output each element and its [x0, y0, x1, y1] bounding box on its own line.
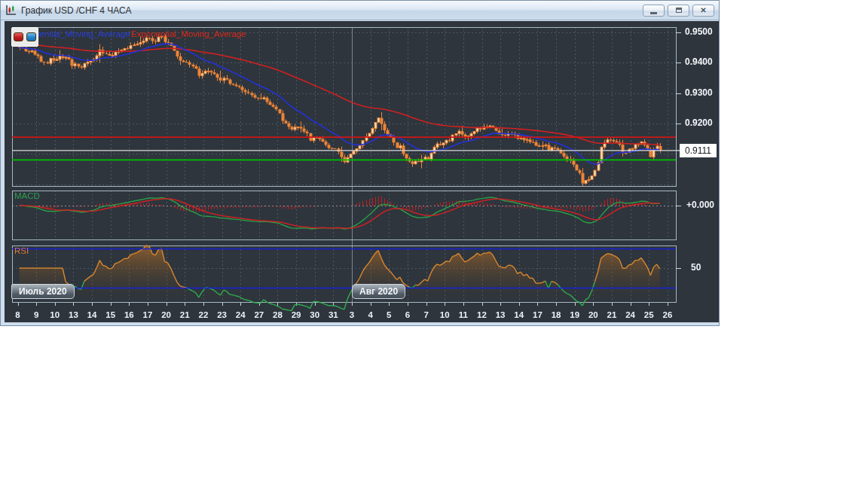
window-title: График USD /CHF 4 ЧАСА — [21, 5, 639, 16]
time-axis-label: 10 — [440, 310, 450, 319]
current-price-marker: 0.9111 — [680, 144, 717, 157]
time-axis-label: 29 — [292, 310, 301, 319]
time-axis-label: 20 — [588, 310, 598, 319]
time-axis-label: 6 — [405, 310, 410, 319]
time-axis-label: 17 — [533, 310, 542, 319]
rsi-mid-value: 50 — [691, 262, 701, 273]
time-axis-label: 14 — [514, 310, 524, 319]
time-axis-label: 16 — [124, 310, 134, 319]
time-axis-label: 21 — [607, 310, 617, 319]
time-axis-label: 13 — [69, 310, 78, 319]
price-axis-label: 0.9500 — [685, 26, 713, 37]
time-axis-label: 8 — [15, 310, 20, 319]
time-axis-label: 31 — [329, 310, 338, 319]
window-controls: ✕ — [643, 5, 714, 17]
desktop: { "window": { "title": "График USD /CHF … — [0, 0, 868, 488]
time-axis-label: 19 — [570, 310, 579, 319]
chart-window: График USD /CHF 4 ЧАСА ✕ Exponential_Mov… — [0, 0, 720, 326]
window-titlebar[interactable]: График USD /CHF 4 ЧАСА ✕ — [1, 1, 719, 20]
price-axis-label: 0.9200 — [685, 117, 713, 128]
time-axis-label: 27 — [254, 310, 264, 319]
minimize-button[interactable] — [643, 5, 665, 17]
time-axis-label: 5 — [387, 310, 391, 319]
time-axis-label: 11 — [459, 310, 468, 319]
close-button[interactable]: ✕ — [692, 5, 714, 17]
time-axis-label: 23 — [217, 310, 227, 319]
month-button-july[interactable]: Июль 2020 — [11, 284, 75, 299]
time-axis-label: 13 — [496, 310, 506, 319]
time-axis-label: 21 — [180, 310, 190, 319]
time-axis-label: 22 — [198, 310, 208, 319]
chart-icon — [5, 5, 17, 17]
macd-panel-label: MACD — [14, 191, 40, 200]
price-axis-label: 0.9400 — [685, 56, 713, 67]
indicator-toggle-red-button[interactable] — [14, 32, 23, 41]
restore-button[interactable] — [668, 5, 689, 17]
rsi-panel-label: RSI — [14, 246, 29, 255]
restore-icon — [676, 8, 682, 13]
time-axis-label: 25 — [644, 310, 654, 319]
time-axis-label: 7 — [423, 310, 428, 319]
time-axis-label: 15 — [105, 310, 115, 319]
time-axis-label: 4 — [368, 310, 372, 319]
time-axis-label: 10 — [50, 310, 60, 319]
price-axis-label: 0.9300 — [685, 87, 713, 98]
time-axis-label: 9 — [34, 310, 38, 319]
time-axis-label: 20 — [161, 310, 171, 319]
time-axis-label: 17 — [143, 310, 153, 319]
time-axis-label: 18 — [552, 310, 561, 319]
macd-zero-value: +0.000 — [686, 200, 714, 210]
legend-ema-slow: Exponential_Moving_Average — [131, 29, 246, 38]
minimize-icon — [650, 12, 657, 14]
indicator-toggle-blue-button[interactable] — [26, 32, 36, 41]
price-chart-canvas[interactable] — [5, 21, 719, 322]
time-axis-label: 24 — [625, 310, 635, 319]
time-axis: 8910131415161720212223242728293031345671… — [5, 310, 719, 322]
time-axis-label: 30 — [310, 310, 319, 319]
time-axis-label: 3 — [350, 310, 354, 319]
time-axis-label: 14 — [87, 310, 97, 319]
month-button-aug[interactable]: Авг 2020 — [352, 284, 405, 299]
close-icon: ✕ — [700, 7, 706, 14]
time-axis-label: 24 — [236, 310, 246, 319]
time-axis-label: 28 — [273, 310, 283, 319]
time-axis-label: 26 — [662, 310, 672, 319]
indicator-buttons-panel — [11, 27, 38, 47]
time-axis-label: 12 — [477, 310, 487, 319]
chart-client-area: Exponential_Moving_Average Exponential_M… — [5, 21, 719, 322]
